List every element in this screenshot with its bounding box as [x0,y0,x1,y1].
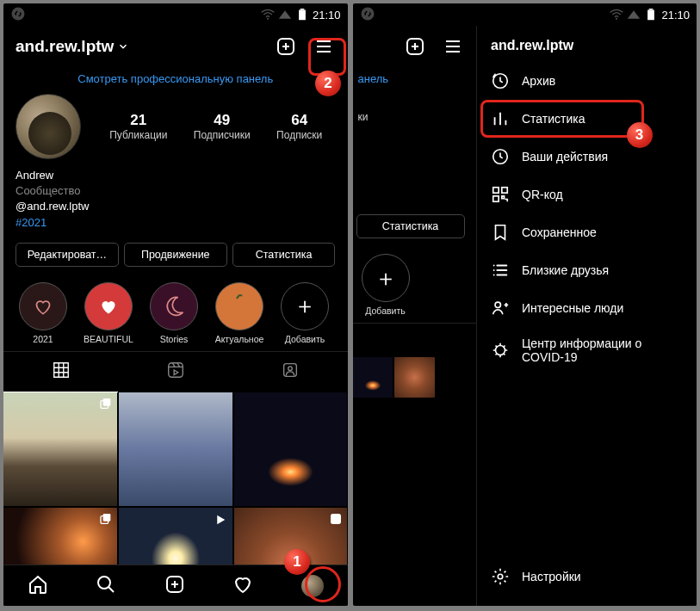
post-item[interactable] [353,357,393,398]
tab-tagged[interactable] [232,352,347,392]
create-button[interactable] [403,34,427,59]
menu-settings[interactable]: Настройки [477,558,697,596]
highlight-stories[interactable]: Stories [146,282,201,344]
shazam-icon [10,6,26,22]
drawer-username: and.rew.lptw [477,26,697,62]
moon-icon [162,294,186,318]
svg-point-0 [12,7,25,20]
highlight-2021[interactable]: 2021 [15,282,71,344]
bio-type: Сообщество [15,183,336,199]
svg-rect-8 [102,398,110,406]
nav-search[interactable] [96,574,116,598]
stat-following[interactable]: 64Подписки [276,112,322,141]
svg-rect-22 [493,188,499,193]
tagged-icon [281,361,300,380]
bio-name: Andrew [15,168,336,183]
status-bar: 21:10 [353,3,697,26]
shazam-icon [360,6,375,22]
bio: Andrew Сообщество @and.rew.lptw #2021 [3,159,348,232]
highlight-add[interactable]: ＋Добавить [277,282,332,344]
tab-grid[interactable] [3,352,118,392]
status-bar: 21:10 [3,3,348,26]
reel-badge-icon [329,512,343,526]
archive-icon [491,71,510,90]
discover-people-icon [491,299,510,318]
list-icon [491,261,510,280]
bio-handle: @and.rew.lptw [15,199,336,214]
edit-profile-button[interactable]: Редактироват… [15,243,119,267]
nav-profile[interactable] [301,575,324,597]
hamburger-button[interactable] [312,34,336,59]
insights-button[interactable]: Статистика [356,214,465,238]
highlight-beautiful[interactable]: BEAUTIFUL [81,282,136,344]
svg-rect-23 [502,188,507,193]
qr-icon [491,185,510,204]
svg-rect-5 [169,363,183,378]
svg-point-27 [498,574,503,579]
action-buttons: Редактироват… Продвижение Статистика [3,232,348,274]
menu-qr[interactable]: QR-код [477,176,697,213]
nav-activity[interactable] [232,574,253,598]
heart-outline-icon [32,295,54,318]
post-item[interactable] [3,392,117,506]
menu-activity[interactable]: Ваши действия [477,138,697,176]
top-bar [353,26,477,67]
heart-filled-icon [97,295,120,318]
svg-point-13 [98,577,110,589]
post-item[interactable] [119,392,232,506]
insights-button[interactable]: Статистика [232,243,336,267]
svg-point-7 [288,367,293,371]
home-icon [28,574,48,595]
create-button[interactable] [274,34,298,59]
highlight-add[interactable]: ＋Добавить [358,254,413,316]
carousel-icon [99,512,113,526]
post-item[interactable] [394,357,435,398]
highlight-actual[interactable]: Актуальное [212,282,267,344]
content-tabs [3,351,348,392]
pro-dashboard-link[interactable]: анель [353,67,477,94]
promote-button[interactable]: Продвижение [124,243,227,267]
wifi-icon [610,9,623,21]
menu-close-friends[interactable]: Близкие друзья [477,251,697,289]
post-item[interactable] [234,392,348,506]
wifi-icon [261,9,275,21]
top-bar: and.rew.lptw [3,26,348,67]
stat-followers[interactable]: 49Подписчики [194,112,251,141]
plus-box-icon [164,574,185,595]
svg-point-16 [616,18,617,20]
menu-saved[interactable]: Сохраненное [477,213,697,251]
tab-reels[interactable] [118,352,232,392]
bio-hashtag[interactable]: #2021 [15,215,336,231]
svg-rect-10 [102,514,110,522]
svg-point-25 [495,302,500,307]
menu-insights[interactable]: Статистика [477,100,697,138]
signal-icon [627,9,641,21]
signal-icon [278,9,292,21]
side-drawer: and.rew.lptw Архив Статистика Ваши дейст… [476,26,697,606]
info-icon [491,341,510,360]
reels-icon [166,361,185,380]
activity-icon [491,147,510,166]
carousel-icon [99,397,113,410]
battery-icon [295,9,309,21]
nav-home[interactable] [28,574,48,598]
svg-rect-3 [300,9,305,10]
svg-point-15 [361,7,374,20]
username-dropdown[interactable]: and.rew.lptw [15,37,129,56]
menu-archive[interactable]: Архив [477,62,697,100]
chevron-down-icon [117,40,129,52]
menu-covid[interactable]: Центр информации о COVID-19 [477,327,697,373]
bottom-nav [3,565,348,606]
svg-rect-2 [299,10,306,21]
hamburger-button[interactable] [441,34,465,59]
battery-icon [644,9,658,21]
profile-avatar[interactable] [15,94,81,159]
menu-discover[interactable]: Интересные люди [477,289,697,327]
stat-posts[interactable]: 21Публикации [109,112,167,141]
insights-icon [491,109,510,128]
phone-left: 21:10 and.rew.lptw Смотреть профессионал… [3,3,348,606]
svg-rect-18 [649,9,654,10]
nav-create[interactable] [164,574,185,598]
profile-header: 21Публикации 49Подписчики 64Подписки [3,94,348,159]
pro-dashboard-link[interactable]: Смотреть профессиональную панель [3,67,348,94]
